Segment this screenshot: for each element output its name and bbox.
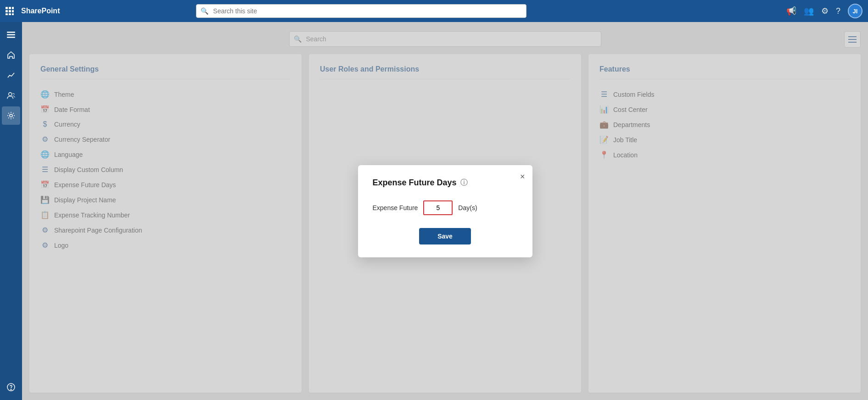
info-icon[interactable]: ⓘ: [460, 178, 468, 188]
svg-rect-1: [9, 7, 11, 9]
svg-rect-5: [12, 10, 14, 12]
expense-future-days-input[interactable]: [423, 200, 453, 215]
save-button[interactable]: Save: [419, 228, 471, 244]
svg-rect-3: [6, 10, 8, 12]
svg-rect-2: [12, 7, 14, 9]
dialog-body: Expense Future Day(s): [373, 200, 518, 215]
sidebar: [0, 22, 22, 400]
svg-rect-0: [6, 7, 8, 9]
help-icon[interactable]: ?: [836, 6, 840, 16]
topbar: SharePoint 🔍 📢 👥 ⚙ ? JI: [0, 0, 868, 22]
gear-icon[interactable]: ⚙: [821, 6, 829, 16]
svg-point-13: [10, 114, 12, 117]
svg-point-15: [11, 389, 11, 390]
sidebar-item-home[interactable]: [2, 46, 20, 64]
sidebar-item-help[interactable]: [2, 378, 20, 396]
sidebar-item-users[interactable]: [2, 86, 20, 105]
topbar-search-container: 🔍: [196, 4, 526, 18]
expense-future-days-dialog: Expense Future Days ⓘ × Expense Future D…: [358, 165, 532, 257]
people-icon[interactable]: 👥: [804, 6, 814, 16]
overlay: Expense Future Days ⓘ × Expense Future D…: [22, 22, 868, 400]
sidebar-item-reports[interactable]: [2, 66, 20, 84]
svg-rect-9: [7, 32, 15, 33]
svg-rect-11: [7, 37, 15, 38]
content-area: 🔍 General Settings 🌐 Theme 📅 Date Format: [22, 22, 868, 400]
topbar-search-input[interactable]: [196, 4, 526, 18]
topbar-actions: 📢 👥 ⚙ ? JI: [786, 4, 862, 18]
svg-rect-4: [9, 10, 11, 12]
svg-rect-10: [7, 34, 15, 36]
svg-point-12: [9, 93, 12, 96]
topbar-search-icon: 🔍: [201, 7, 208, 15]
svg-rect-8: [12, 13, 14, 15]
svg-rect-6: [6, 13, 8, 15]
dialog-title: Expense Future Days: [373, 178, 457, 188]
dialog-unit: Day(s): [458, 204, 477, 211]
sidebar-item-hamburger[interactable]: [2, 26, 20, 44]
dialog-footer: Save: [373, 228, 518, 244]
sidebar-item-settings[interactable]: [2, 106, 20, 125]
grid-icon[interactable]: [6, 7, 14, 15]
dialog-label: Expense Future: [373, 204, 418, 211]
dialog-header: Expense Future Days ⓘ: [373, 178, 518, 188]
main-layout: 🔍 General Settings 🌐 Theme 📅 Date Format: [0, 22, 868, 400]
avatar[interactable]: JI: [848, 4, 862, 18]
megaphone-icon[interactable]: 📢: [786, 6, 796, 16]
svg-rect-7: [9, 13, 11, 15]
close-button[interactable]: ×: [520, 172, 525, 181]
app-logo: SharePoint: [21, 7, 60, 15]
